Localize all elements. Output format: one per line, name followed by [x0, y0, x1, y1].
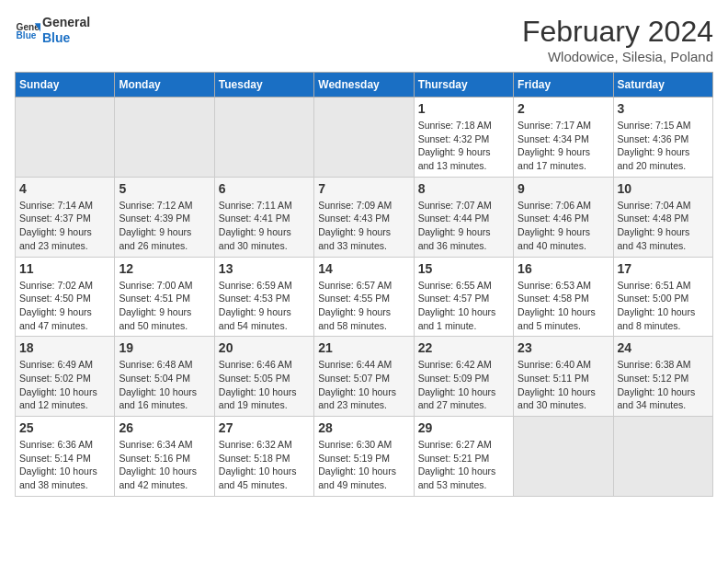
calendar-cell: 2Sunrise: 7:17 AM Sunset: 4:34 PM Daylig… — [514, 98, 613, 178]
day-info: Sunrise: 6:40 AM Sunset: 5:11 PM Dayligh… — [518, 358, 609, 412]
day-number: 26 — [119, 420, 210, 435]
calendar-cell — [214, 98, 313, 178]
day-number: 13 — [219, 261, 310, 276]
calendar-cell: 10Sunrise: 7:04 AM Sunset: 4:48 PM Dayli… — [613, 177, 712, 257]
day-number: 8 — [418, 181, 509, 196]
calendar-cell: 18Sunrise: 6:49 AM Sunset: 5:02 PM Dayli… — [16, 337, 115, 417]
header-wednesday: Wednesday — [314, 73, 414, 98]
calendar-cell: 28Sunrise: 6:30 AM Sunset: 5:19 PM Dayli… — [314, 417, 414, 497]
logo: General Blue General Blue — [15, 15, 90, 46]
day-info: Sunrise: 7:07 AM Sunset: 4:44 PM Dayligh… — [418, 199, 509, 253]
day-number: 21 — [318, 340, 409, 355]
calendar-cell — [16, 98, 115, 178]
day-info: Sunrise: 7:17 AM Sunset: 4:34 PM Dayligh… — [518, 119, 609, 173]
day-number: 23 — [518, 340, 609, 355]
day-number: 9 — [518, 181, 609, 196]
day-number: 19 — [119, 340, 210, 355]
calendar-cell: 7Sunrise: 7:09 AM Sunset: 4:43 PM Daylig… — [314, 177, 414, 257]
day-info: Sunrise: 6:44 AM Sunset: 5:07 PM Dayligh… — [318, 358, 409, 412]
calendar-cell: 26Sunrise: 6:34 AM Sunset: 5:16 PM Dayli… — [115, 417, 214, 497]
day-info: Sunrise: 7:15 AM Sunset: 4:36 PM Dayligh… — [618, 119, 709, 173]
logo-general: General — [42, 15, 90, 30]
day-info: Sunrise: 6:55 AM Sunset: 4:57 PM Dayligh… — [418, 279, 509, 333]
day-info: Sunrise: 6:38 AM Sunset: 5:12 PM Dayligh… — [618, 358, 709, 412]
header-friday: Friday — [514, 73, 613, 98]
day-info: Sunrise: 7:18 AM Sunset: 4:32 PM Dayligh… — [418, 119, 509, 173]
calendar-cell: 1Sunrise: 7:18 AM Sunset: 4:32 PM Daylig… — [414, 98, 513, 178]
day-info: Sunrise: 7:12 AM Sunset: 4:39 PM Dayligh… — [119, 199, 210, 253]
header-sunday: Sunday — [16, 73, 115, 98]
calendar-cell: 12Sunrise: 7:00 AM Sunset: 4:51 PM Dayli… — [115, 257, 214, 337]
day-number: 7 — [318, 181, 409, 196]
day-info: Sunrise: 6:36 AM Sunset: 5:14 PM Dayligh… — [19, 438, 110, 492]
day-number: 11 — [19, 261, 110, 276]
calendar-table: SundayMondayTuesdayWednesdayThursdayFrid… — [15, 72, 713, 497]
calendar-cell: 15Sunrise: 6:55 AM Sunset: 4:57 PM Dayli… — [414, 257, 513, 337]
calendar-cell: 20Sunrise: 6:46 AM Sunset: 5:05 PM Dayli… — [214, 337, 313, 417]
calendar-cell: 5Sunrise: 7:12 AM Sunset: 4:39 PM Daylig… — [115, 177, 214, 257]
day-info: Sunrise: 7:11 AM Sunset: 4:41 PM Dayligh… — [219, 199, 310, 253]
day-number: 27 — [219, 420, 310, 435]
calendar-cell: 16Sunrise: 6:53 AM Sunset: 4:58 PM Dayli… — [514, 257, 613, 337]
day-number: 12 — [119, 261, 210, 276]
calendar-cell: 6Sunrise: 7:11 AM Sunset: 4:41 PM Daylig… — [214, 177, 313, 257]
day-info: Sunrise: 7:14 AM Sunset: 4:37 PM Dayligh… — [19, 199, 110, 253]
calendar-cell: 13Sunrise: 6:59 AM Sunset: 4:53 PM Dayli… — [214, 257, 313, 337]
day-number: 10 — [618, 181, 709, 196]
calendar-cell: 11Sunrise: 7:02 AM Sunset: 4:50 PM Dayli… — [16, 257, 115, 337]
calendar-cell: 21Sunrise: 6:44 AM Sunset: 5:07 PM Dayli… — [314, 337, 414, 417]
header-thursday: Thursday — [414, 73, 513, 98]
day-number: 29 — [418, 420, 509, 435]
day-number: 24 — [618, 340, 709, 355]
calendar-cell: 8Sunrise: 7:07 AM Sunset: 4:44 PM Daylig… — [414, 177, 513, 257]
calendar-cell: 25Sunrise: 6:36 AM Sunset: 5:14 PM Dayli… — [16, 417, 115, 497]
day-number: 17 — [618, 261, 709, 276]
calendar-cell: 9Sunrise: 7:06 AM Sunset: 4:46 PM Daylig… — [514, 177, 613, 257]
day-number: 1 — [418, 101, 509, 116]
day-info: Sunrise: 6:51 AM Sunset: 5:00 PM Dayligh… — [618, 279, 709, 333]
day-number: 4 — [19, 181, 110, 196]
logo-blue: Blue — [42, 30, 90, 46]
day-info: Sunrise: 6:53 AM Sunset: 4:58 PM Dayligh… — [518, 279, 609, 333]
calendar-cell: 14Sunrise: 6:57 AM Sunset: 4:55 PM Dayli… — [314, 257, 414, 337]
day-info: Sunrise: 6:48 AM Sunset: 5:04 PM Dayligh… — [119, 358, 210, 412]
header-tuesday: Tuesday — [214, 73, 313, 98]
calendar-cell — [314, 98, 414, 178]
day-info: Sunrise: 6:49 AM Sunset: 5:02 PM Dayligh… — [19, 358, 110, 412]
day-info: Sunrise: 6:42 AM Sunset: 5:09 PM Dayligh… — [418, 358, 509, 412]
day-info: Sunrise: 6:57 AM Sunset: 4:55 PM Dayligh… — [318, 279, 409, 333]
calendar-cell: 22Sunrise: 6:42 AM Sunset: 5:09 PM Dayli… — [414, 337, 513, 417]
day-number: 25 — [19, 420, 110, 435]
calendar-cell: 29Sunrise: 6:27 AM Sunset: 5:21 PM Dayli… — [414, 417, 513, 497]
day-number: 2 — [518, 101, 609, 116]
calendar-cell: 27Sunrise: 6:32 AM Sunset: 5:18 PM Dayli… — [214, 417, 313, 497]
header-monday: Monday — [115, 73, 214, 98]
day-number: 6 — [219, 181, 310, 196]
day-info: Sunrise: 7:00 AM Sunset: 4:51 PM Dayligh… — [119, 279, 210, 333]
day-info: Sunrise: 7:06 AM Sunset: 4:46 PM Dayligh… — [518, 199, 609, 253]
calendar-subtitle: Wlodowice, Silesia, Poland — [522, 49, 713, 64]
day-info: Sunrise: 6:34 AM Sunset: 5:16 PM Dayligh… — [119, 438, 210, 492]
calendar-cell: 3Sunrise: 7:15 AM Sunset: 4:36 PM Daylig… — [613, 98, 712, 178]
calendar-cell: 23Sunrise: 6:40 AM Sunset: 5:11 PM Dayli… — [514, 337, 613, 417]
day-info: Sunrise: 7:09 AM Sunset: 4:43 PM Dayligh… — [318, 199, 409, 253]
day-number: 5 — [119, 181, 210, 196]
calendar-cell — [115, 98, 214, 178]
day-number: 3 — [618, 101, 709, 116]
day-number: 18 — [19, 340, 110, 355]
day-info: Sunrise: 6:27 AM Sunset: 5:21 PM Dayligh… — [418, 438, 509, 492]
logo-icon: General Blue — [15, 17, 40, 43]
calendar-cell — [613, 417, 712, 497]
day-number: 16 — [518, 261, 609, 276]
day-info: Sunrise: 7:02 AM Sunset: 4:50 PM Dayligh… — [19, 279, 110, 333]
calendar-cell: 24Sunrise: 6:38 AM Sunset: 5:12 PM Dayli… — [613, 337, 712, 417]
svg-text:Blue: Blue — [17, 30, 37, 40]
header-saturday: Saturday — [613, 73, 712, 98]
day-info: Sunrise: 6:30 AM Sunset: 5:19 PM Dayligh… — [318, 438, 409, 492]
day-number: 15 — [418, 261, 509, 276]
day-number: 20 — [219, 340, 310, 355]
calendar-cell — [514, 417, 613, 497]
calendar-cell: 4Sunrise: 7:14 AM Sunset: 4:37 PM Daylig… — [16, 177, 115, 257]
calendar-cell: 19Sunrise: 6:48 AM Sunset: 5:04 PM Dayli… — [115, 337, 214, 417]
day-info: Sunrise: 6:46 AM Sunset: 5:05 PM Dayligh… — [219, 358, 310, 412]
